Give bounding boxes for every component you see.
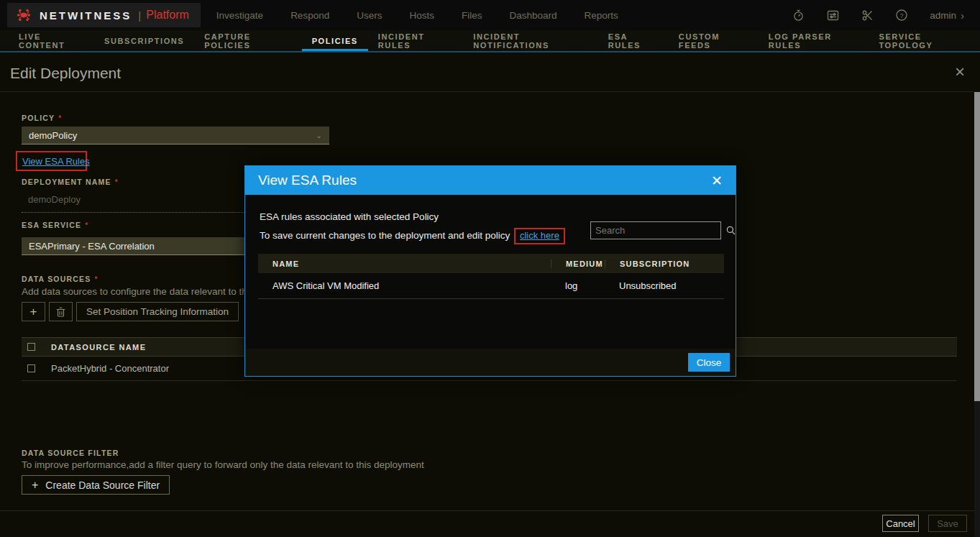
click-here-link[interactable]: click here <box>520 230 559 241</box>
brand-logo[interactable]: NETWITNESS | Platform <box>7 3 201 27</box>
tab-incident-notifications[interactable]: INCIDENT NOTIFICATIONS <box>463 30 597 51</box>
user-menu[interactable]: admin › <box>930 9 964 22</box>
rule-medium-cell: log <box>551 273 605 298</box>
primary-nav: Investigate Respond Users Hosts Files Da… <box>216 10 618 21</box>
rule-name-cell: AWS Critical VM Modified <box>258 273 551 298</box>
data-source-filter-label: DATA SOURCE FILTER <box>22 449 119 457</box>
app-window: NETWITNESS | Platform Investigate Respon… <box>0 0 980 537</box>
datasource-name-cell: PacketHybrid - Concentrator <box>51 363 169 374</box>
view-esa-rules-link[interactable]: View ESA Rules <box>22 156 90 167</box>
create-data-source-filter-button[interactable]: + Create Data Source Filter <box>22 475 170 495</box>
tab-log-parser-rules[interactable]: LOG PARSER RULES <box>759 30 869 51</box>
title-divider <box>0 91 974 92</box>
column-header-subscription: SUBSCRIPTION <box>605 260 724 268</box>
tab-policies[interactable]: POLICIES <box>302 30 368 51</box>
netwitness-logo-icon <box>16 6 33 24</box>
nav-hosts[interactable]: Hosts <box>409 10 434 21</box>
brand-product: Platform <box>146 9 189 22</box>
add-datasource-button[interactable]: + <box>22 302 45 321</box>
user-name: admin <box>930 10 956 21</box>
data-sources-label: DATA SOURCES* <box>22 275 99 283</box>
svg-text:?: ? <box>900 12 904 19</box>
nav-users[interactable]: Users <box>357 10 382 21</box>
required-asterisk: * <box>58 114 62 122</box>
datasource-name-column-header: DATASOURCE NAME <box>51 343 146 352</box>
nav-files[interactable]: Files <box>462 10 482 21</box>
plus-icon: + <box>32 479 38 492</box>
esa-rules-table-header: NAME MEDIUM SUBSCRIPTION <box>258 254 724 273</box>
esa-service-value: ESAPrimary - ESA Correlation <box>29 241 155 252</box>
nav-dashboard[interactable]: Dashboard <box>509 10 557 21</box>
chevron-down-icon: ⌄ <box>316 132 322 139</box>
tab-subscriptions[interactable]: SUBSCRIPTIONS <box>94 30 194 51</box>
tab-capture-policies[interactable]: CAPTURE POLICIES <box>194 30 301 51</box>
brand-name: NETWITNESS <box>40 9 132 22</box>
nav-reports[interactable]: Reports <box>585 10 618 21</box>
cancel-button[interactable]: Cancel <box>882 515 919 532</box>
modal-close-button[interactable]: Close <box>688 353 730 372</box>
tab-custom-feeds[interactable]: CUSTOM FEEDS <box>669 30 759 51</box>
esa-rules-table: NAME MEDIUM SUBSCRIPTION AWS Critical VM… <box>258 254 724 299</box>
page-close-icon[interactable]: × <box>955 63 965 81</box>
nav-investigate[interactable]: Investigate <box>216 10 263 21</box>
top-navigation-bar: NETWITNESS | Platform Investigate Respon… <box>0 0 980 30</box>
view-esa-rules-modal: View ESA Rules ✕ ESA rules associated wi… <box>244 165 736 377</box>
modal-close-icon[interactable]: ✕ <box>711 174 723 188</box>
nav-respond[interactable]: Respond <box>290 10 329 21</box>
page-title: Edit Deployment <box>10 65 121 82</box>
deployment-name-label: DEPLOYMENT NAME* <box>22 178 119 186</box>
policy-value: demoPolicy <box>29 130 77 141</box>
admin-tools-icon[interactable] <box>861 9 874 22</box>
modal-header: View ESA Rules ✕ <box>245 166 736 195</box>
tab-incident-rules[interactable]: INCIDENT RULES <box>368 30 464 51</box>
modal-title: View ESA Rules <box>258 173 357 188</box>
vertical-scrollbar <box>974 92 980 537</box>
search-icon[interactable] <box>726 226 736 235</box>
search-input[interactable] <box>591 225 726 236</box>
policy-label: POLICY* <box>22 114 62 122</box>
annotation-box-click-here: click here <box>514 228 565 244</box>
chevron-right-icon: › <box>961 9 964 22</box>
required-asterisk: * <box>85 221 88 229</box>
delete-datasource-button[interactable] <box>49 302 73 321</box>
save-button[interactable]: Save <box>928 515 967 532</box>
modal-description-line1: ESA rules associated with selected Polic… <box>260 211 439 222</box>
trash-icon <box>56 307 65 317</box>
column-header-medium: MEDIUM <box>551 260 605 268</box>
esa-service-label: ESA SERVICE* <box>22 221 88 229</box>
timer-icon[interactable] <box>792 9 805 22</box>
jobs-panel-icon[interactable] <box>826 9 839 22</box>
help-icon[interactable]: ? <box>895 9 908 22</box>
required-asterisk: * <box>115 178 119 186</box>
select-all-checkbox[interactable] <box>27 343 35 351</box>
modal-description-line2: To save current changes to the deploymen… <box>260 228 565 244</box>
data-source-filter-hint: To improve performance,add a filter quer… <box>22 459 424 470</box>
brand-separator: | <box>138 9 141 22</box>
tab-esa-rules[interactable]: ESA RULES <box>598 30 669 51</box>
modal-footer: Close <box>245 349 736 376</box>
rule-subscription-cell: Unsubscribed <box>605 273 724 298</box>
column-header-name: NAME <box>258 260 551 268</box>
policy-dropdown[interactable]: demoPolicy ⌄ <box>22 127 329 144</box>
search-box <box>590 221 721 239</box>
footer-divider <box>0 510 974 511</box>
scrollbar-thumb[interactable] <box>974 92 980 401</box>
tab-live-content[interactable]: LIVE CONTENT <box>9 30 94 51</box>
tab-service-topology[interactable]: SERVICE TOPOLOGY <box>869 30 980 51</box>
required-asterisk: * <box>94 275 98 283</box>
table-row[interactable]: AWS Critical VM Modified log Unsubscribe… <box>258 273 724 299</box>
topbar-utilities: ? admin › <box>792 9 964 22</box>
secondary-nav: LIVE CONTENT SUBSCRIPTIONS CAPTURE POLIC… <box>0 30 980 52</box>
set-position-tracking-button[interactable]: Set Position Tracking Information <box>76 302 239 321</box>
row-checkbox[interactable] <box>27 364 35 372</box>
